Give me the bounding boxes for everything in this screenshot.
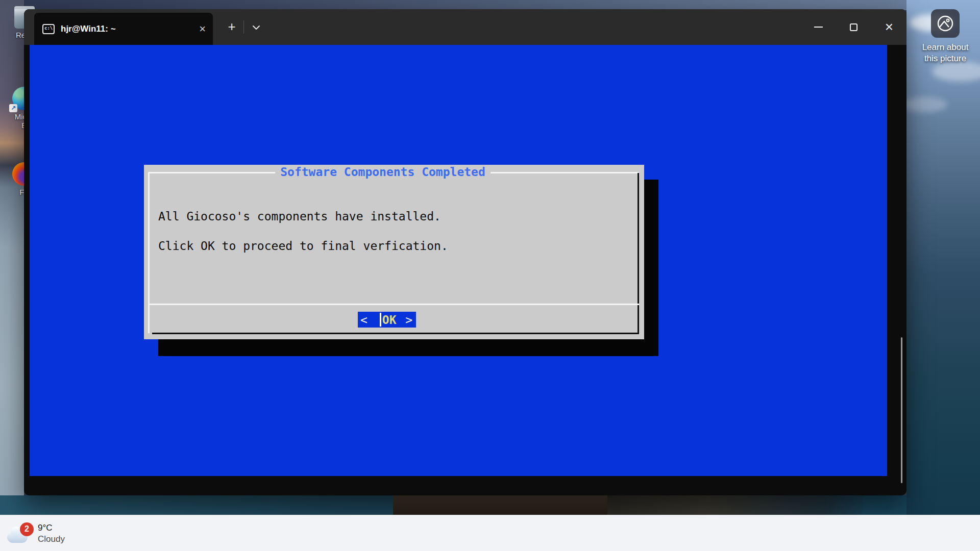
notification-badge: 2 [20, 522, 34, 536]
ok-bracket-left: < [360, 313, 368, 327]
ok-bracket-right: > [405, 313, 412, 327]
terminal-window: c:\ hjr@Win11: ~ × + × Software Compon [24, 9, 906, 495]
new-tab-button[interactable]: + [224, 19, 239, 35]
dialog-title: Software Components Completed [275, 165, 491, 179]
weather-widget[interactable]: 2 9°C Cloudy [7, 515, 65, 551]
wallpaper-top-strip [0, 0, 980, 10]
close-icon: × [885, 20, 893, 34]
weather-temperature: 9°C [38, 522, 65, 534]
dialog-border-right [638, 173, 639, 334]
maximize-icon [850, 23, 857, 31]
learn-about-label-line2: this picture [921, 53, 970, 64]
terminal-tab[interactable]: c:\ hjr@Win11: ~ × [34, 13, 213, 45]
dialog-message-line1: All Giocoso's components have installed. [158, 210, 441, 223]
software-components-dialog: Software Components Completed All Giocos… [144, 165, 644, 339]
wallpaper-left-strip [0, 0, 24, 551]
shortcut-arrow-icon: ↗ [9, 104, 17, 112]
dialog-border-bottom [152, 333, 639, 334]
dialog-message-line2: Click OK to proceed to final verfication… [158, 239, 448, 253]
learn-about-label-line1: Learn about [921, 42, 970, 53]
tab-close-icon[interactable]: × [199, 23, 206, 35]
minimize-icon [814, 27, 823, 28]
desktop-icon-learn-about-picture[interactable]: Learn about this picture [921, 9, 970, 64]
dialog-button-separator [148, 304, 639, 305]
close-window-button[interactable]: × [877, 9, 901, 45]
dialog-border-left [148, 172, 150, 333]
wallpaper-rock [607, 495, 863, 516]
cloud [932, 61, 980, 82]
cmd-prompt-icon: c:\ [42, 24, 55, 34]
text-cursor [380, 313, 381, 327]
tab-dropdown-chevron-icon[interactable] [250, 20, 263, 34]
weather-condition: Cloudy [38, 534, 65, 545]
maximize-button[interactable] [842, 9, 865, 45]
desktop: Recy ↗ Micro E Fir Learn about this pict… [0, 0, 980, 551]
cloud [901, 97, 947, 112]
tab-bar-divider [243, 20, 244, 34]
terminal-scrollbar[interactable] [901, 337, 902, 483]
taskbar: 2 9°C Cloudy Search [0, 515, 980, 551]
ok-button[interactable]: < OK > [358, 312, 416, 328]
wallpaper-rock [393, 495, 607, 516]
wallpaper-right-strip [906, 0, 980, 551]
ok-button-label: OK [382, 313, 397, 327]
picture-icon [931, 9, 960, 38]
terminal-tab-bar: c:\ hjr@Win11: ~ × + × [24, 9, 906, 45]
tab-title: hjr@Win11: ~ [61, 24, 116, 34]
minimize-button[interactable] [806, 9, 830, 45]
terminal-screen: Software Components Completed All Giocos… [30, 45, 887, 476]
